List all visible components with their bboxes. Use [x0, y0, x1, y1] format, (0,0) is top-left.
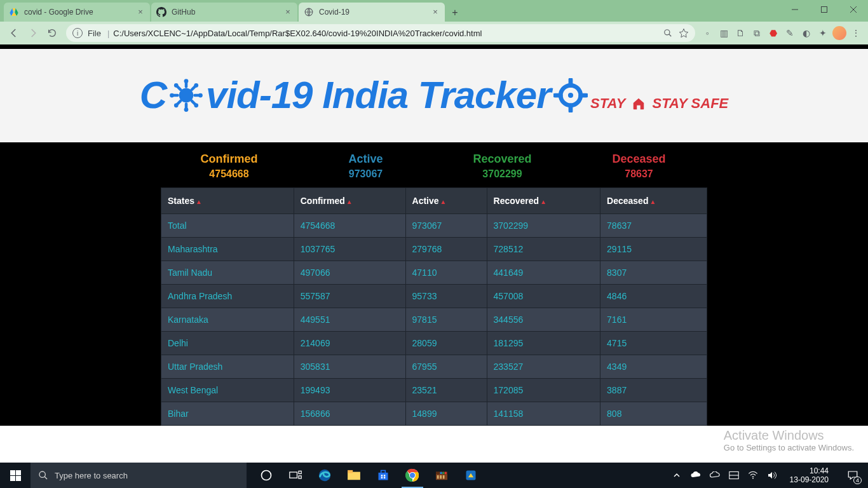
- table-row[interactable]: Karnataka449551978153445567161: [161, 308, 707, 332]
- tab-github[interactable]: GitHub ×: [151, 3, 297, 22]
- svg-rect-47: [379, 473, 388, 480]
- onedrive-icon[interactable]: [689, 471, 702, 479]
- tab-drive[interactable]: covid - Google Drive ×: [4, 3, 150, 22]
- chrome-icon[interactable]: [398, 463, 427, 488]
- table-row[interactable]: Uttar Pradesh305831679552335274349: [161, 355, 707, 379]
- page-viewport: Cvid-19 India Tracker STAY STAY SAFE Con…: [0, 44, 868, 463]
- taskbar-clock[interactable]: 10:44 13-09-2020: [785, 466, 834, 484]
- forward-button[interactable]: [24, 24, 42, 42]
- new-tab-button[interactable]: +: [446, 4, 464, 22]
- table-cell: 305831: [294, 355, 405, 379]
- svg-rect-41: [290, 472, 297, 478]
- table-row[interactable]: Bihar15686614899141158808: [161, 402, 707, 426]
- extension-icon[interactable]: ◐: [799, 26, 813, 40]
- svg-point-24: [184, 79, 189, 83]
- table-cell: 14899: [405, 402, 487, 426]
- svg-rect-43: [299, 476, 301, 478]
- table-cell: 67955: [405, 355, 487, 379]
- address-bar[interactable]: i File | C:/Users/XCLENC~1/AppData/Local…: [66, 24, 695, 42]
- extension-icon[interactable]: ✎: [783, 26, 797, 40]
- app-icon[interactable]: [456, 463, 485, 488]
- minimize-button[interactable]: [780, 0, 810, 19]
- extension-icon[interactable]: ▥: [717, 26, 731, 40]
- back-button[interactable]: [5, 24, 23, 42]
- maximize-button[interactable]: [810, 0, 839, 19]
- table-cell: 728512: [487, 238, 600, 261]
- info-icon[interactable]: i: [72, 28, 83, 38]
- extension-icon[interactable]: ⬣: [766, 26, 780, 40]
- table-cell: Maharashtra: [161, 238, 294, 261]
- page-subtitle: STAY STAY SAFE: [590, 95, 728, 112]
- task-view-icon[interactable]: [281, 463, 310, 488]
- wifi-icon[interactable]: [747, 471, 759, 480]
- browser-tabs: covid - Google Drive × GitHub × Covid-19…: [0, 0, 464, 22]
- sort-icon: ▲: [440, 198, 447, 205]
- extension-icon[interactable]: ◦: [700, 26, 714, 40]
- start-button[interactable]: [0, 463, 31, 488]
- reload-button[interactable]: [43, 24, 61, 42]
- zoom-icon[interactable]: [663, 29, 672, 37]
- close-window-button[interactable]: [839, 0, 868, 19]
- table-cell: 808: [600, 402, 707, 426]
- watermark-sub: Go to Settings to activate Windows.: [724, 443, 854, 452]
- stat-deceased: Deceased 78637: [571, 152, 707, 180]
- close-icon[interactable]: ×: [136, 8, 145, 17]
- page-title: Cvid-19 India Tracker: [140, 73, 588, 117]
- col-active[interactable]: Active▲: [405, 188, 487, 214]
- tab-covid[interactable]: Covid-19 ×: [299, 3, 445, 22]
- table-cell: 181295: [487, 332, 600, 355]
- table-header-row: States▲ Confirmed▲ Active▲ Recovered▲ De…: [161, 188, 707, 214]
- close-icon[interactable]: ×: [283, 8, 292, 17]
- tab-title: Covid-19: [319, 8, 431, 17]
- table-cell: 199493: [294, 379, 405, 402]
- cloud-icon[interactable]: [709, 471, 721, 479]
- table-cell: 557587: [294, 285, 405, 308]
- col-deceased[interactable]: Deceased▲: [600, 188, 707, 214]
- stat-value: 4754668: [161, 168, 297, 180]
- taskbar-apps: [252, 463, 485, 488]
- svg-rect-48: [381, 471, 386, 473]
- winrar-icon[interactable]: [427, 463, 456, 488]
- notification-badge: 4: [853, 477, 862, 484]
- table-row[interactable]: West Bengal199493235211720853887: [161, 379, 707, 402]
- svg-marker-2: [15, 8, 18, 13]
- taskbar-search[interactable]: Type here to search: [31, 463, 247, 488]
- col-confirmed[interactable]: Confirmed▲: [294, 188, 405, 214]
- table-row[interactable]: Andhra Pradesh557587957334570084846: [161, 285, 707, 308]
- data-table-section: States▲ Confirmed▲ Active▲ Recovered▲ De…: [0, 187, 868, 426]
- extensions-puzzle-icon[interactable]: ✦: [816, 26, 830, 40]
- sort-icon: ▲: [540, 198, 546, 205]
- extension-icon[interactable]: 🗋: [733, 26, 747, 40]
- table-row[interactable]: Tamil Nadu497066471104416498307: [161, 261, 707, 285]
- tray-overflow-icon[interactable]: [670, 472, 683, 478]
- extension-icon[interactable]: ⧉: [750, 26, 764, 40]
- search-placeholder: Type here to search: [55, 471, 128, 480]
- close-icon[interactable]: ×: [431, 8, 440, 17]
- stat-recovered: Recovered 3702299: [434, 152, 571, 180]
- table-row[interactable]: Delhi214069280591812954715: [161, 332, 707, 355]
- stat-value: 78637: [571, 168, 707, 180]
- table-cell: 7161: [600, 308, 707, 332]
- col-states[interactable]: States▲: [161, 188, 294, 214]
- language-icon[interactable]: [728, 471, 740, 480]
- sort-icon: ▲: [649, 198, 656, 205]
- stat-label: Confirmed: [161, 152, 297, 166]
- windows-icon: [10, 470, 21, 481]
- table-row[interactable]: Total4754668973067370229978637: [161, 214, 707, 238]
- table-cell: 4846: [600, 285, 707, 308]
- ms-store-icon[interactable]: [369, 463, 398, 488]
- svg-line-39: [44, 477, 47, 479]
- volume-icon[interactable]: [766, 471, 778, 480]
- table-row[interactable]: Maharashtra103776527976872851229115: [161, 238, 707, 261]
- edge-icon[interactable]: [310, 463, 339, 488]
- star-icon[interactable]: [679, 28, 689, 38]
- profile-avatar[interactable]: [832, 26, 846, 40]
- table-cell: 344556: [487, 308, 600, 332]
- chrome-menu-button[interactable]: ⋮: [849, 26, 863, 40]
- file-explorer-icon[interactable]: [339, 463, 369, 488]
- action-center-icon[interactable]: 4: [840, 463, 865, 488]
- cortana-icon[interactable]: [252, 463, 281, 488]
- col-recovered[interactable]: Recovered▲: [487, 188, 600, 214]
- svg-point-67: [752, 478, 754, 479]
- svg-point-26: [170, 93, 174, 97]
